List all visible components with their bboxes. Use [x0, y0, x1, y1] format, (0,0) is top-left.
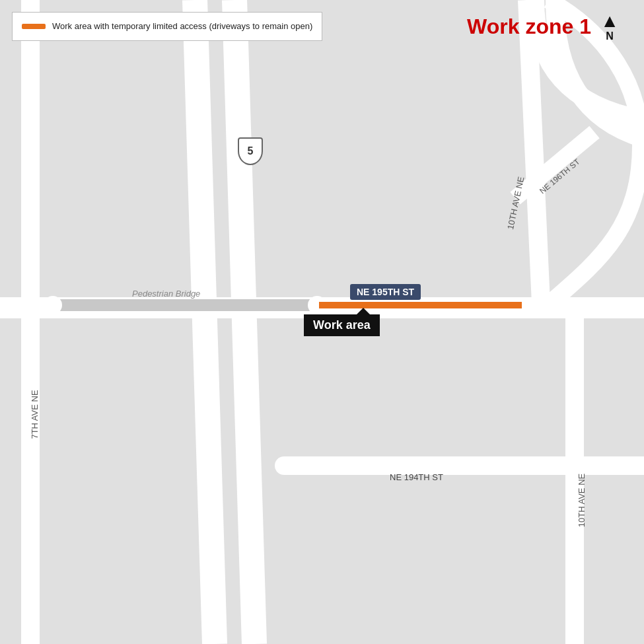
7th-ave-label: 7TH AVE NE — [30, 390, 40, 439]
i5-shield: 5 — [238, 137, 263, 165]
svg-point-12 — [275, 456, 293, 475]
ped-bridge-label: Pedestrian Bridge — [132, 289, 200, 299]
10th-ave-lower-label: 10TH AVE NE — [577, 474, 587, 527]
north-n-label: N — [606, 30, 614, 42]
legend-text: Work area with temporary limited access … — [52, 20, 312, 32]
north-arrow: ▲ N — [600, 12, 619, 42]
legend-item: Work area with temporary limited access … — [22, 20, 312, 32]
map-container: Work area with temporary limited access … — [0, 0, 644, 644]
ne194-label: NE 194TH ST — [390, 472, 443, 482]
map-title: Work zone 1 — [467, 15, 591, 39]
ne195-badge: NE 195TH ST — [350, 284, 421, 300]
legend-swatch — [22, 24, 46, 29]
svg-point-10 — [44, 296, 62, 314]
legend: Work area with temporary limited access … — [12, 12, 322, 41]
work-area-callout: Work area — [304, 314, 380, 336]
i5-label: 5 — [248, 145, 254, 157]
i5-shield-shape: 5 — [238, 137, 263, 165]
north-arrow-symbol: ▲ — [600, 12, 619, 30]
